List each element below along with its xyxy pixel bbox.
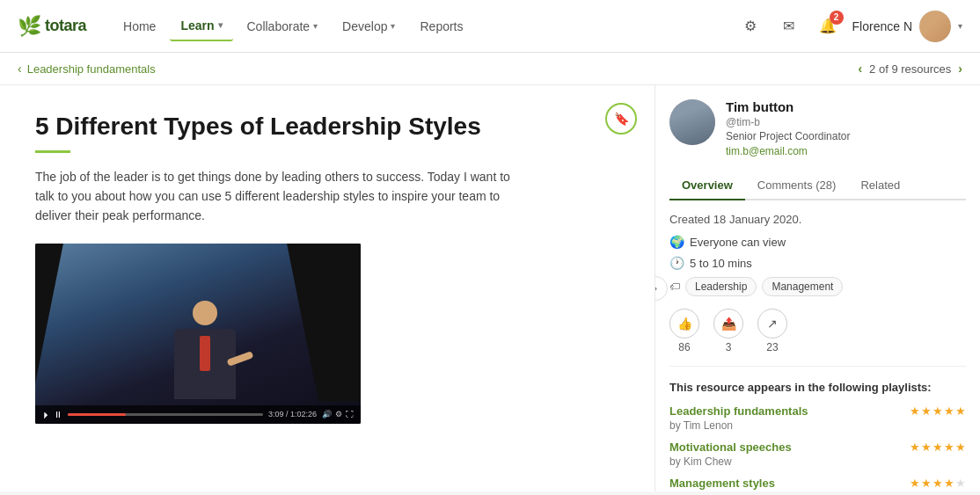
share-count: 3 [726,341,732,353]
star-5: ★ [955,440,966,454]
playlist-name-1[interactable]: Leadership fundamentals [669,404,910,418]
nav-collaborate-arrow: ▾ [313,21,318,31]
star-1: ★ [910,477,920,490]
star-3: ★ [932,440,943,454]
person-body [174,329,236,399]
logo-text: totara [45,17,86,35]
sidebar-tabs: Overview Comments (28) Related [669,171,966,200]
tab-comments[interactable]: Comments (28) [745,171,849,200]
sidebar: › Tim button @tim-b Senior Project Coord… [655,85,980,491]
settings-button[interactable]: ⚙ [736,12,764,40]
tag-icon: 🏷 [669,280,680,293]
star-4: ★ [944,440,954,454]
mail-button[interactable]: ✉ [775,12,803,40]
author-avatar [669,99,715,145]
title-underline [35,150,70,153]
playlist-item-3: Management styles by Sohan Lee ★ ★ ★ ★ ★ [669,477,966,491]
reshare-count: 23 [766,341,778,353]
bookmark-icon: 🔖 [614,112,629,126]
next-resource-button[interactable]: › [958,62,962,76]
resource-nav: ‹ 2 of 9 resources › [858,62,962,76]
user-menu[interactable]: Florence N ▾ [852,11,962,42]
like-button[interactable]: 👍 86 [669,309,699,353]
playlist-stars-2: ★ ★ ★ ★ ★ [910,440,966,454]
video-progress-fill [68,413,127,416]
prev-resource-button[interactable]: ‹ [858,62,862,76]
playlist-item-2: Motivational speeches by Kim Chew ★ ★ ★ … [669,440,966,468]
figure-body [170,301,240,406]
author-handle: @tim-b [726,116,966,128]
playlist-stars-3: ★ ★ ★ ★ ★ [910,477,966,490]
star-1: ★ [910,440,920,454]
logo-icon: 🌿 [18,15,41,38]
tag-leadership[interactable]: Leadership [685,277,757,296]
bg-shape-left [35,244,106,384]
star-3: ★ [932,404,943,418]
breadcrumb[interactable]: ‹ Leadership fundamentals [18,62,156,76]
tab-related[interactable]: Related [848,171,912,200]
video-progress-bar[interactable] [68,413,263,416]
nav-reports[interactable]: Reports [409,12,473,40]
video-player[interactable]: ⏵ ⏸ 3:09 / 1:02:26 🔊 ⚙ ⛶ [35,244,361,424]
user-avatar [919,11,951,42]
video-controls-right: 🔊 ⚙ ⛶ [322,410,354,419]
tag-management[interactable]: Management [762,277,843,296]
visibility-row: 🌍 Everyone can view [669,235,966,249]
fullscreen-icon[interactable]: ⛶ [346,410,354,419]
resource-description: The job of the leader is to get things d… [35,167,510,226]
person-arm [227,351,254,367]
created-date: Created 18 January 2020. [669,213,966,226]
main-nav: Home Learn ▾ Collaborate ▾ Develop ▾ Rep… [113,11,736,41]
star-2: ★ [921,404,932,418]
playlist-name-2[interactable]: Motivational speeches [669,440,910,454]
user-name: Florence N [852,19,912,33]
person-head [193,301,217,325]
share-icon: 📤 [713,309,743,338]
playlist-author-2: by Kim Chew [669,455,910,468]
tab-overview[interactable]: Overview [669,171,745,200]
user-menu-arrow: ▾ [958,21,962,31]
breadcrumb-bar: ‹ Leadership fundamentals ‹ 2 of 9 resou… [0,53,980,85]
video-time: 3:09 / 1:02:26 [268,410,317,419]
settings-video-icon[interactable]: ⚙ [335,410,342,419]
person-tie [200,336,210,371]
breadcrumb-label: Leadership fundamentals [27,62,156,76]
star-2: ★ [921,477,932,490]
video-scene [35,244,361,424]
header-right: ⚙ ✉ 🔔 2 Florence N ▾ [736,11,962,42]
resource-title: 5 Different Types of Leadership Styles [35,112,619,142]
star-1: ★ [910,404,920,418]
reshare-icon: ↗ [757,309,787,338]
playlist-info-3: Management styles by Sohan Lee [669,477,910,491]
author-email[interactable]: tim.b@email.com [726,145,966,157]
nav-develop[interactable]: Develop ▾ [332,12,406,40]
visibility-text: Everyone can view [690,236,786,249]
breadcrumb-chevron: ‹ [18,62,22,76]
nav-learn[interactable]: Learn ▾ [170,11,232,41]
content-area: 🔖 5 Different Types of Leadership Styles… [0,85,655,491]
resource-position: 2 of 9 resources [869,62,951,76]
author-section: Tim button @tim-b Senior Project Coordin… [669,99,966,157]
star-5: ★ [955,477,966,490]
notification-badge: 2 [830,11,844,25]
like-icon: 👍 [669,309,699,338]
author-name: Tim button [726,99,966,114]
playlist-info-2: Motivational speeches by Kim Chew [669,440,910,468]
playlist-author-1: by Tim Lenon [669,419,910,432]
play-button[interactable]: ⏵ ⏸ [42,410,62,419]
playlists-title: This resource appears in the following p… [669,381,966,394]
reshare-button[interactable]: ↗ 23 [757,309,787,353]
star-4: ★ [944,477,954,490]
bookmark-button[interactable]: 🔖 [605,103,637,135]
visibility-icon: 🌍 [669,235,684,249]
nav-collaborate[interactable]: Collaborate ▾ [237,12,329,40]
volume-icon[interactable]: 🔊 [322,410,332,419]
nav-home[interactable]: Home [113,12,166,40]
share-button[interactable]: 📤 3 [713,309,743,353]
author-role: Senior Project Coordinator [726,130,966,142]
tags-row: 🏷 Leadership Management [669,277,966,296]
star-3: ★ [932,477,943,490]
logo[interactable]: 🌿 totara [18,15,86,38]
sidebar-toggle-button[interactable]: › [655,276,668,301]
playlist-name-3[interactable]: Management styles [669,477,910,490]
